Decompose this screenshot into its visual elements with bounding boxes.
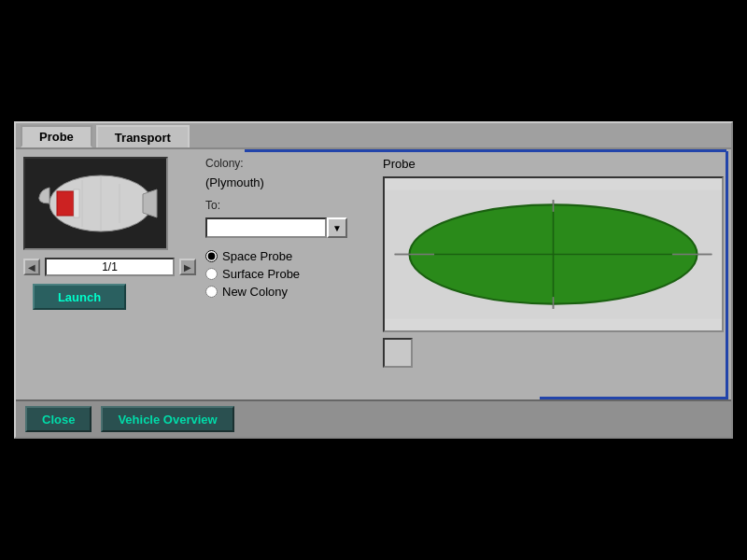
main-content: ◀ 1/1 ▶ Launch Colony: (Plymouth) To: ▼	[16, 149, 731, 379]
side-blue-accent	[726, 151, 728, 399]
tab-blue-accent	[245, 149, 726, 152]
close-button[interactable]: Close	[25, 406, 92, 432]
launch-button[interactable]: Launch	[33, 284, 126, 310]
radio-surface-probe[interactable]: Surface Probe	[205, 267, 374, 281]
probe-type-radio-group: Space Probe Surface Probe New Colony	[205, 249, 374, 299]
radio-space-probe[interactable]: Space Probe	[205, 249, 374, 263]
vehicle-overview-button[interactable]: Vehicle Overview	[101, 406, 233, 432]
space-probe-label: Space Probe	[222, 249, 292, 263]
destination-input[interactable]	[205, 217, 327, 238]
next-arrow[interactable]: ▶	[179, 259, 196, 275]
tab-probe[interactable]: Probe	[21, 125, 92, 147]
space-probe-radio[interactable]	[205, 250, 218, 262]
prev-arrow[interactable]: ◀	[23, 259, 40, 275]
new-colony-radio[interactable]	[205, 286, 218, 298]
probe-diagram-svg	[385, 178, 722, 330]
main-window: Probe Transport	[14, 121, 733, 439]
tab-bar: Probe Transport	[16, 123, 731, 149]
destination-dropdown-row: ▼	[205, 217, 374, 238]
diagram-bottom	[383, 338, 724, 371]
svg-rect-2	[74, 189, 79, 217]
middle-panel: Colony: (Plymouth) To: ▼ Space Probe Sur…	[205, 157, 374, 371]
new-colony-label: New Colony	[222, 285, 288, 299]
probe-diagram-title: Probe	[383, 157, 724, 171]
radio-new-colony[interactable]: New Colony	[205, 285, 374, 299]
left-panel: ◀ 1/1 ▶ Launch	[23, 157, 196, 371]
colony-name: (Plymouth)	[205, 175, 374, 189]
probe-small-preview	[383, 338, 413, 368]
surface-probe-label: Surface Probe	[222, 267, 300, 281]
colony-label: Colony:	[205, 157, 374, 170]
probe-vehicle-svg	[31, 161, 162, 245]
right-panel: Probe	[383, 157, 724, 371]
to-label: To:	[205, 199, 374, 212]
tab-transport[interactable]: Transport	[96, 125, 190, 147]
probe-diagram	[383, 176, 724, 332]
dropdown-arrow-btn[interactable]: ▼	[327, 217, 347, 238]
nav-row: ◀ 1/1 ▶	[23, 258, 196, 276]
vehicle-image	[23, 157, 168, 250]
nav-counter: 1/1	[45, 258, 175, 276]
surface-probe-radio[interactable]	[205, 268, 218, 280]
svg-rect-1	[57, 191, 74, 216]
bottom-bar: Close Vehicle Overview	[16, 399, 731, 437]
